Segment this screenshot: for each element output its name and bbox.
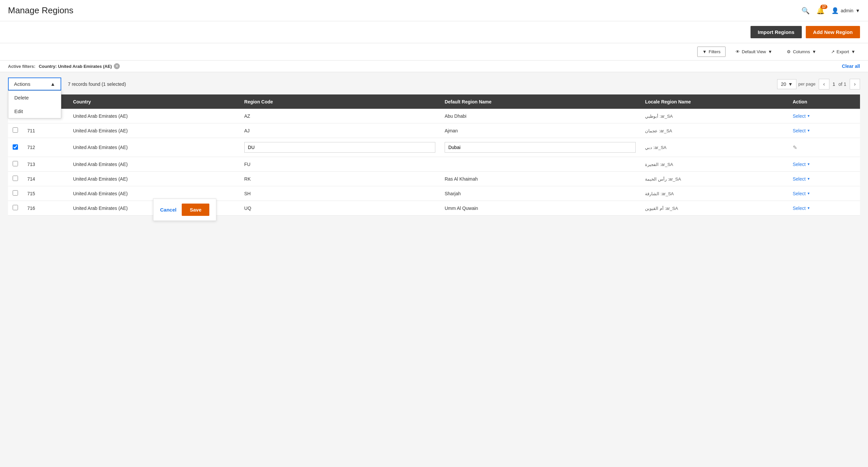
filter-tag-close-button[interactable]: ✕ [114,63,120,69]
regions-table: ID Country Region Code Default Region Na… [8,95,860,215]
select-button[interactable]: Select ▼ [793,206,810,211]
row-action[interactable]: Select ▼ [788,186,860,201]
default-name-input[interactable] [445,142,636,153]
row-default-name: Ajman [440,124,640,138]
row-id: 716 [23,201,68,215]
row-locale-name: ar_SA: الفجيرة [640,157,788,172]
per-page-label: per page [799,81,815,87]
notification-badge: 17 [820,5,827,9]
edit-icon-button[interactable]: ✎ [793,144,797,151]
row-action[interactable]: Select ▼ [788,172,860,186]
inline-save-button[interactable]: Save [182,204,209,216]
header-locale-name-col: Locale Region Name [640,95,788,109]
row-locale-name: ar_SA: أم القيوين [640,201,788,215]
chevron-down-icon: ▼ [768,49,773,54]
row-action[interactable]: Select ▼ [788,109,860,124]
row-region-code: SH [240,186,440,201]
actions-button[interactable]: Actions ▲ [8,77,61,91]
gear-icon: ⚙ [787,49,791,54]
row-checkbox[interactable] [13,176,18,181]
row-region-code: FU [240,157,440,172]
row-locale-name: ar_SA: رأس الخيمة [640,172,788,186]
row-checkbox[interactable] [13,144,18,150]
row-id: 713 [23,157,68,172]
row-country: United Arab Emirates (AE) [68,138,239,157]
row-locale-name: ar_SA: عجمان [640,124,788,138]
table-controls: Actions ▲ Delete Edit 7 records found (1… [8,77,860,91]
import-regions-button[interactable]: Import Regions [750,26,802,38]
row-action[interactable]: Select ▼ [788,157,860,172]
eye-icon: 👁 [736,49,740,54]
chevron-down-icon: ▼ [855,8,860,13]
table-row: 711United Arab Emirates (AE)AJAjmanar_SA… [8,124,860,138]
row-locale-name: ar_SA: دبي [640,138,788,157]
inline-save-cancel-popup: Cancel Save [153,199,216,221]
header-action-col: Action [788,95,860,109]
region-code-input[interactable] [244,142,435,153]
search-button[interactable]: 🔍 [801,7,810,14]
active-filters-label: Active filters: [8,64,35,69]
top-bar: Manage Regions 🔍 🔔 17 👤 admin ▼ [0,0,868,21]
row-id: 714 [23,172,68,186]
admin-label: admin [841,8,854,13]
filters-button[interactable]: ▼ Filters [697,46,725,57]
row-region-code: RK [240,172,440,186]
admin-menu-button[interactable]: 👤 admin ▼ [831,7,860,14]
row-checkbox[interactable] [13,127,18,133]
table-body: 710United Arab Emirates (AE)AZAbu Dhabia… [8,109,860,215]
table-row: 713United Arab Emirates (AE)FUar_SA: الف… [8,157,860,172]
default-view-button[interactable]: 👁 Default View ▼ [731,47,777,57]
header-region-code-col: Region Code [240,95,440,109]
row-country: United Arab Emirates (AE) [68,172,239,186]
actions-container: Actions ▲ Delete Edit [8,77,61,91]
row-action[interactable]: Select ▼ [788,124,860,138]
prev-page-button[interactable]: ‹ [819,79,829,90]
delete-action-item[interactable]: Delete [8,91,61,104]
row-action[interactable]: Select ▼ [788,201,860,215]
row-region-code: UQ [240,201,440,215]
filter-tag-value: Country: United Arab Emirates (AE) [39,64,112,69]
of-pages: of 1 [838,81,846,87]
row-default-name[interactable] [440,138,640,157]
table-header-row: ID Country Region Code Default Region Na… [8,95,860,109]
row-id: 715 [23,186,68,201]
row-action[interactable]: ✎ [788,138,860,157]
clear-all-button[interactable]: Clear all [842,64,860,69]
select-button[interactable]: Select ▼ [793,191,810,196]
select-button[interactable]: Select ▼ [793,176,810,181]
table-row: 715United Arab Emirates (AE)SHSharjahar_… [8,186,860,201]
page-number: 1 [833,81,835,87]
header-country-col: Country [68,95,239,109]
inline-cancel-button[interactable]: Cancel [160,207,176,212]
row-default-name: Umm Al Quwain [440,201,640,215]
row-id: 711 [23,124,68,138]
select-button[interactable]: Select ▼ [793,113,810,119]
row-checkbox[interactable] [13,190,18,196]
table-row: 712United Arab Emirates (AE)ar_SA: دبي✎ [8,138,860,157]
top-bar-right: 🔍 🔔 17 👤 admin ▼ [801,7,860,14]
add-new-region-button[interactable]: Add New Region [806,26,860,38]
export-icon: ↗ [831,49,835,54]
next-page-button[interactable]: › [850,79,860,90]
records-info: 7 records found (1 selected) [68,81,126,87]
per-page-value: 20 [781,81,786,87]
per-page-dropdown[interactable]: 20 ▼ [777,79,796,89]
select-button[interactable]: Select ▼ [793,162,810,167]
row-locale-name: ar_SA: الشارقة [640,186,788,201]
actions-dropdown: Delete Edit [8,91,61,119]
chevron-down-icon: ▼ [851,49,855,54]
per-page-select: 20 ▼ per page [777,79,815,89]
notification-button[interactable]: 🔔 17 [816,7,825,14]
export-button[interactable]: ↗ Export ▼ [827,47,860,57]
row-region-code[interactable] [240,138,440,157]
row-country: United Arab Emirates (AE) [68,124,239,138]
row-checkbox[interactable] [13,161,18,166]
per-page-chevron-icon: ▼ [788,81,793,87]
chevron-down-icon: ▼ [812,49,816,54]
pagination-controls: 20 ▼ per page ‹ 1 of 1 › [777,79,860,90]
row-checkbox[interactable] [13,205,18,210]
columns-button[interactable]: ⚙ Columns ▼ [782,47,821,57]
select-button[interactable]: Select ▼ [793,128,810,133]
toolbar-section: Import Regions Add New Region [0,21,868,43]
edit-action-item[interactable]: Edit [8,104,61,118]
